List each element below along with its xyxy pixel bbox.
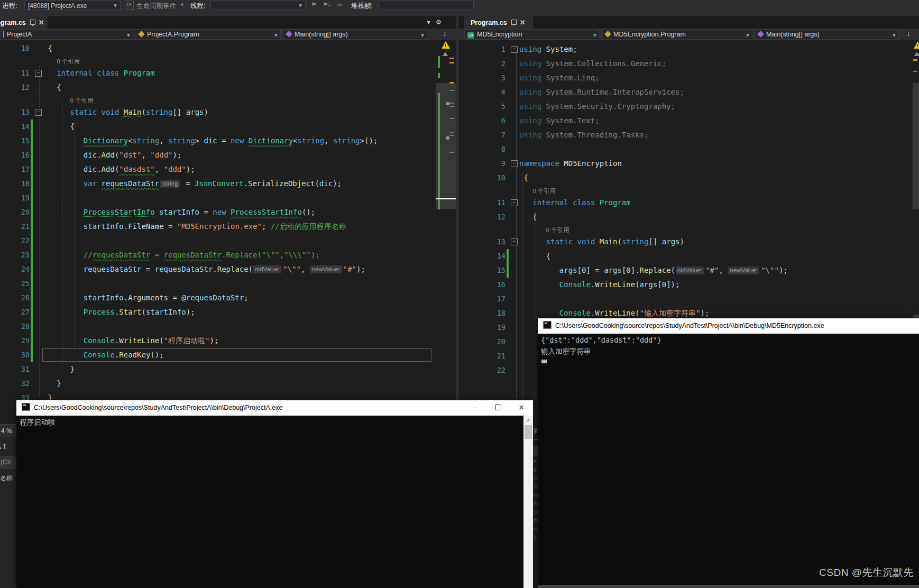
projecta-console-titlebar[interactable]: C:\Users\GoodCooking\source\repos\StudyA… bbox=[16, 400, 533, 416]
left-nav-bar: ProjectA ▼ ProjectA.Program ▼ Main(strin… bbox=[0, 29, 456, 40]
zoom-level[interactable]: 4 % bbox=[1, 427, 12, 435]
line-number: 5 bbox=[459, 99, 506, 114]
line-number: 29 bbox=[0, 334, 30, 348]
code-text bbox=[518, 292, 912, 306]
fold-margin bbox=[34, 41, 42, 56]
fold-margin bbox=[510, 363, 518, 378]
code-token: { bbox=[532, 213, 537, 221]
code-line: 13−static void Main(string[] args) bbox=[0, 105, 435, 120]
left-editor-scrollbar[interactable]: ! bbox=[435, 40, 456, 424]
stack-frame-dropdown[interactable] bbox=[379, 1, 474, 10]
project-dropdown-left[interactable]: ProjectA ▼ bbox=[0, 29, 133, 40]
code-line: 5using System.Security.Cryptography; bbox=[459, 99, 912, 114]
code-token: ( bbox=[159, 336, 163, 345]
project-dropdown-right[interactable]: C#MD5Encryption ▼ bbox=[464, 29, 600, 40]
code-token: using bbox=[519, 59, 546, 68]
lifecycle-events-button[interactable]: 生命周期事件 bbox=[136, 2, 176, 11]
process-dropdown[interactable]: [48088] ProjectA.exe ▼ bbox=[24, 1, 121, 10]
left-tab-bar: Program.cs✕ ▼ ⚙ bbox=[0, 16, 456, 29]
close-button[interactable]: ✕ bbox=[510, 400, 533, 416]
thread-dropdown[interactable]: ▼ bbox=[210, 1, 306, 10]
scrollbar-thumb[interactable] bbox=[525, 425, 532, 439]
code-text: using System.Security.Cryptography; bbox=[518, 99, 912, 114]
line-number: 26 bbox=[0, 291, 30, 305]
gear-icon[interactable]: ⚙ bbox=[436, 19, 442, 26]
flag-icon[interactable]: ⚑ bbox=[311, 1, 317, 8]
codelens-references[interactable]: 0 个引用 bbox=[532, 188, 556, 194]
code-token: namespace bbox=[519, 159, 559, 168]
code-token: ) bbox=[680, 237, 684, 246]
code-text: { bbox=[518, 171, 912, 185]
line-number: 3 bbox=[459, 71, 506, 85]
code-token: System.Runtime.InteropServices bbox=[546, 88, 680, 96]
collapse-icon[interactable]: − bbox=[511, 46, 518, 53]
scrollbar-thumb[interactable] bbox=[913, 82, 919, 209]
class-dropdown-right[interactable]: MD5Encryption.Program ▼ bbox=[601, 29, 752, 40]
collapse-icon[interactable]: − bbox=[511, 199, 518, 206]
collapse-icon[interactable]: − bbox=[35, 109, 42, 116]
scrollbar-thumb[interactable] bbox=[436, 83, 456, 209]
member-dropdown-left[interactable]: Main(string[] args) ▼ bbox=[282, 29, 427, 40]
code-token: , bbox=[141, 151, 150, 159]
scroll-up-icon[interactable] bbox=[914, 52, 919, 56]
code-text: Console.ReadKey(); bbox=[42, 348, 435, 362]
codelens-references[interactable]: 0 个引用 bbox=[546, 227, 569, 233]
scroll-up-icon[interactable]: ∧ bbox=[523, 417, 533, 422]
chevron-down-icon[interactable]: ▼ bbox=[426, 19, 431, 25]
split-editor-icon[interactable]: ↕ bbox=[907, 30, 911, 38]
change-bar-empty bbox=[30, 362, 34, 376]
nav-label: ProjectA bbox=[7, 31, 32, 38]
tab-program-cs-left[interactable]: Program.cs✕ bbox=[0, 16, 48, 29]
fold-margin bbox=[34, 319, 42, 334]
watermark: CSDN @先生沉默先 bbox=[819, 566, 914, 580]
pin-icon[interactable] bbox=[511, 20, 517, 25]
codelens-references[interactable]: 0 个引用 bbox=[57, 58, 80, 65]
collapse-icon[interactable]: − bbox=[35, 70, 42, 77]
tab-program-cs-right[interactable]: Program.cs✕ bbox=[464, 16, 533, 29]
pin-icon[interactable] bbox=[30, 20, 35, 25]
console-line: 输入加密字符串 bbox=[541, 346, 661, 357]
projecta-console-window[interactable]: C:\Users\GoodCooking\source\repos\StudyA… bbox=[16, 400, 533, 588]
fold-margin bbox=[34, 134, 42, 148]
scroll-up-icon[interactable] bbox=[443, 52, 448, 56]
nav-label: MD5Encryption bbox=[477, 31, 522, 38]
code-token: "dasdst" bbox=[119, 165, 154, 173]
codelens-references[interactable]: 0 个引用 bbox=[70, 97, 94, 104]
console-scrollbar[interactable]: ∧ bbox=[523, 416, 533, 588]
change-bar-empty bbox=[506, 278, 510, 292]
warning-mark bbox=[449, 62, 454, 63]
code-token: System.Threading.Tasks bbox=[546, 131, 644, 139]
flag-plus-icon[interactable]: ⚑+ bbox=[323, 1, 330, 8]
collapse-icon[interactable]: − bbox=[511, 238, 518, 245]
code-token: class bbox=[97, 69, 124, 77]
fold-margin bbox=[34, 219, 42, 234]
left-code-editor[interactable]: 10{0 个引用11−internal class Program12{0 个引… bbox=[0, 40, 435, 424]
minimize-button[interactable]: – bbox=[463, 400, 486, 416]
change-bar bbox=[30, 319, 34, 334]
class-dropdown-left[interactable]: ProjectA.Program ▼ bbox=[135, 29, 281, 40]
loop-icon[interactable]: ∞ bbox=[337, 1, 342, 8]
close-icon[interactable]: ✕ bbox=[520, 19, 526, 26]
change-bar bbox=[30, 248, 34, 262]
code-line: 14{ bbox=[0, 120, 435, 134]
md5-console-window[interactable]: C:\Users\GoodCooking\source\repos\StudyA… bbox=[538, 318, 919, 585]
lifecycle-events-icon[interactable]: ⟳ bbox=[125, 1, 134, 10]
code-text: { bbox=[42, 80, 435, 95]
watch-search-input[interactable]: 索(Ctr bbox=[0, 456, 18, 468]
collapse-icon[interactable]: − bbox=[511, 160, 518, 167]
md5-console-titlebar[interactable]: C:\Users\GoodCooking\source\repos\StudyA… bbox=[538, 318, 919, 334]
split-editor-icon[interactable]: ↕ bbox=[443, 30, 447, 38]
code-token: < bbox=[293, 136, 297, 145]
code-line: 32} bbox=[0, 376, 435, 391]
change-bar-empty bbox=[506, 235, 510, 249]
code-line: 23//requesDataStr = requesDataStr.Replac… bbox=[0, 248, 435, 262]
line-number: 10 bbox=[0, 41, 30, 56]
line-number: 6 bbox=[459, 114, 506, 128]
maximize-button[interactable] bbox=[486, 400, 510, 416]
fold-margin bbox=[34, 120, 42, 134]
line-number: 15 bbox=[459, 263, 506, 278]
close-icon[interactable]: ✕ bbox=[39, 19, 44, 26]
code-token: , bbox=[719, 266, 728, 274]
member-dropdown-right[interactable]: Main(string[] args) ▼ bbox=[754, 29, 899, 40]
watch-tab-label[interactable]: 视 1 bbox=[0, 442, 6, 451]
